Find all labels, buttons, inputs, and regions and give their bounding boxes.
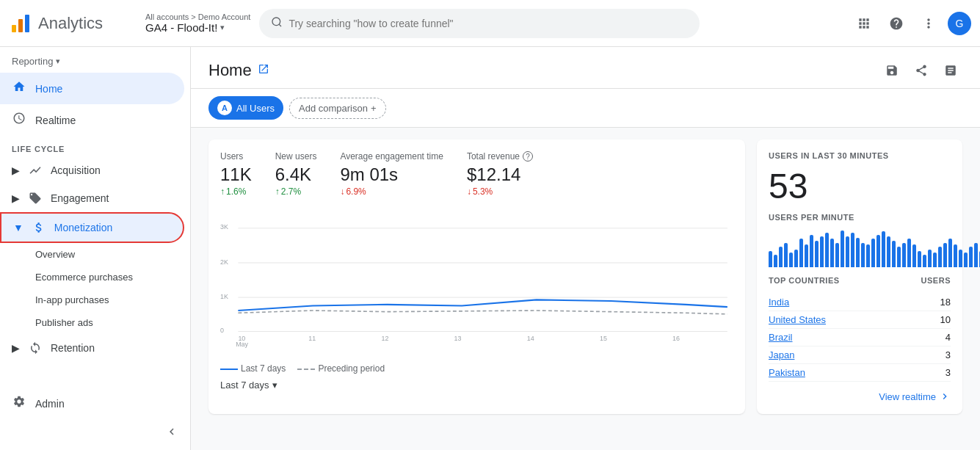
- svg-text:14: 14: [527, 335, 534, 342]
- metric-revenue-label: Total revenue ?: [467, 151, 533, 162]
- monetization-icon: [32, 221, 46, 234]
- sidebar-item-acquisition[interactable]: ▶ Acquisition: [0, 156, 184, 184]
- account-name-dropdown[interactable]: GA4 - Flood-It! ▾: [145, 21, 250, 34]
- apps-icon: [857, 16, 871, 31]
- search-input[interactable]: [288, 18, 688, 29]
- engagement-expand-icon: ▶: [12, 192, 20, 204]
- country-count: 3: [945, 367, 951, 378]
- down-arrow-icon-2: ↓: [467, 186, 471, 197]
- account-dropdown-arrow: ▾: [220, 23, 225, 32]
- sidebar-subitem-overview[interactable]: Overview: [0, 243, 184, 266]
- avatar[interactable]: G: [948, 12, 971, 35]
- segments-bar: A All Users Add comparison +: [191, 89, 980, 128]
- upm-bar: [948, 239, 952, 267]
- metric-engagement: Average engagement time 9m 01s ↓ 6.9%: [340, 151, 443, 197]
- realtime-icon: [12, 112, 26, 128]
- realtime-users-count: 53: [769, 169, 951, 204]
- more-vert-icon: [921, 16, 936, 31]
- reporting-header[interactable]: Reporting ▾: [0, 47, 190, 73]
- metrics-row: Users 11K ↑ 1.6% New users 6.4K ↑ 2.7%: [220, 151, 733, 197]
- metric-engagement-change: ↓ 6.9%: [340, 186, 443, 197]
- help-icon-button[interactable]: [883, 10, 910, 37]
- apps-icon-button[interactable]: [851, 10, 877, 37]
- svg-text:13: 13: [454, 335, 462, 342]
- metric-users: Users 11K ↑ 1.6%: [220, 151, 252, 197]
- down-arrow-icon: ↓: [340, 186, 344, 197]
- svg-text:2K: 2K: [220, 258, 228, 266]
- sidebar-item-engagement[interactable]: ▶ Engagement: [0, 184, 184, 212]
- upm-bar: [779, 247, 783, 267]
- engagement-icon: [29, 192, 42, 205]
- upm-bar: [825, 233, 829, 267]
- save-report-button[interactable]: [880, 59, 904, 82]
- sidebar-realtime-label: Realtime: [35, 115, 76, 126]
- sidebar-collapse-button[interactable]: [0, 419, 190, 444]
- chart-area: 3K 2K 1K 0 10: [220, 208, 733, 358]
- add-comparison-label: Add comparison: [299, 103, 368, 114]
- insights-button[interactable]: [939, 59, 962, 82]
- country-row: United States10: [769, 311, 951, 329]
- retention-icon: [29, 341, 42, 355]
- reporting-label: Reporting: [12, 56, 53, 67]
- main-layout: Reporting ▾ Home Realtime LIFE CYCLE ▶ A…: [0, 47, 980, 450]
- sidebar-subitem-publisher[interactable]: Publisher ads: [0, 311, 184, 334]
- page-title-link-icon[interactable]: [258, 63, 269, 78]
- sidebar-admin-label: Admin: [35, 398, 65, 410]
- country-name[interactable]: United States: [769, 314, 826, 325]
- svg-line-4: [279, 24, 281, 26]
- date-range-selector[interactable]: Last 7 days ▾: [220, 380, 733, 391]
- home-icon: [12, 80, 26, 97]
- sidebar-item-realtime[interactable]: Realtime: [0, 104, 184, 136]
- all-users-segment-chip[interactable]: A All Users: [208, 96, 283, 120]
- search-bar[interactable]: [259, 9, 700, 38]
- svg-text:15: 15: [600, 335, 607, 342]
- sidebar-retention-label: Retention: [51, 342, 95, 354]
- country-row: Pakistan3: [769, 364, 951, 382]
- country-name[interactable]: Japan: [769, 349, 794, 360]
- sidebar-subitem-ecommerce[interactable]: Ecommerce purchases: [0, 266, 184, 288]
- upm-bar: [928, 250, 932, 267]
- metric-new-users-change: ↑ 2.7%: [275, 186, 317, 197]
- metric-new-users-label: New users: [275, 151, 317, 162]
- svg-text:11: 11: [308, 335, 316, 342]
- upm-bar: [846, 236, 849, 267]
- sidebar-item-admin[interactable]: Admin: [0, 388, 184, 419]
- segment-chip-label: All Users: [236, 103, 275, 114]
- sidebar-item-retention[interactable]: ▶ Retention: [0, 334, 184, 362]
- sidebar-subitem-inapp[interactable]: In-app purchases: [0, 288, 184, 311]
- sidebar-monetization-label: Monetization: [54, 222, 112, 233]
- top-countries-label: TOP COUNTRIES: [769, 276, 840, 285]
- sidebar-item-monetization[interactable]: ▼ Monetization: [0, 212, 184, 243]
- country-row: Brazil4: [769, 329, 951, 346]
- upm-label: USERS PER MINUTE: [769, 213, 951, 222]
- upm-bar: [830, 239, 834, 267]
- add-comparison-button[interactable]: Add comparison +: [289, 98, 386, 119]
- help-icon: [889, 16, 904, 31]
- share-button[interactable]: [910, 59, 933, 82]
- upm-bar-chart: [769, 231, 951, 267]
- sidebar-acquisition-label: Acquisition: [51, 164, 101, 176]
- upm-bar: [769, 251, 772, 267]
- lifecycle-section-title: LIFE CYCLE: [0, 136, 190, 156]
- country-name[interactable]: Pakistan: [769, 367, 805, 378]
- sidebar-home-label: Home: [35, 83, 62, 95]
- upm-bar: [841, 231, 844, 267]
- sidebar-item-home[interactable]: Home: [0, 73, 184, 104]
- upm-bar: [794, 250, 798, 267]
- reporting-chevron: ▾: [56, 57, 60, 66]
- country-name[interactable]: Brazil: [769, 332, 793, 343]
- date-range-label: Last 7 days: [220, 380, 269, 391]
- upm-bar: [918, 251, 921, 267]
- metric-engagement-label: Average engagement time: [340, 151, 443, 162]
- account-info: All accounts > Demo Account GA4 - Flood-…: [145, 12, 250, 34]
- svg-point-3: [272, 18, 280, 26]
- page-title-text: Home: [208, 61, 252, 80]
- country-name[interactable]: India: [769, 297, 789, 308]
- more-vert-icon-button[interactable]: [915, 10, 942, 37]
- share-icon: [915, 64, 928, 77]
- view-realtime-link[interactable]: View realtime: [769, 391, 951, 402]
- metric-engagement-value: 9m 01s: [340, 164, 443, 185]
- upm-bar: [789, 253, 793, 267]
- upm-bar: [959, 250, 962, 267]
- svg-text:12: 12: [381, 335, 388, 342]
